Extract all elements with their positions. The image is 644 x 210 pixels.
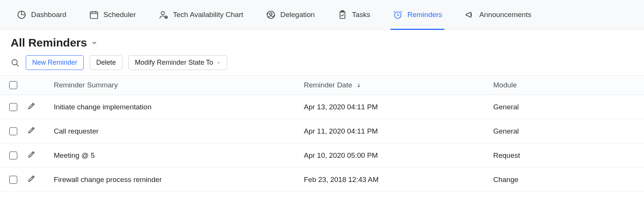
calendar-icon [89,10,99,20]
cell-module: Change [493,176,639,184]
table-row: Initiate change implementation Apr 13, 2… [0,95,644,119]
svg-rect-1 [90,12,98,18]
tab-label: Delegation [280,11,315,19]
tab-dashboard[interactable]: Dashboard [17,7,66,30]
row-checkbox[interactable] [9,176,17,184]
cell-date: Apr 10, 2020 05:00 PM [304,151,493,160]
cell-summary[interactable]: Meeting @ 5 [54,151,304,160]
toolbar: New Reminder Delete Modify Reminder Stat… [0,54,644,75]
tab-announcements[interactable]: Announcements [465,7,531,30]
table-row: Call requester Apr 11, 2020 04:11 PM Gen… [0,119,644,143]
tab-delegation[interactable]: Delegation [266,7,315,30]
cell-date: Apr 13, 2020 04:11 PM [304,103,493,111]
pie-chart-icon [17,10,27,20]
tab-scheduler[interactable]: Scheduler [89,7,136,30]
tab-label: Dashboard [31,11,66,19]
search-icon[interactable] [11,58,20,67]
edit-icon[interactable] [27,150,36,159]
modify-state-dropdown[interactable]: Modify Reminder State To [128,55,227,70]
column-summary[interactable]: Reminder Summary [54,81,304,89]
select-all-checkbox[interactable] [9,81,17,89]
row-checkbox[interactable] [9,151,17,160]
tab-tasks[interactable]: Tasks [338,7,370,30]
new-reminder-button[interactable]: New Reminder [26,55,84,70]
page-title: All Reminders [11,36,87,49]
select-all-cell [5,81,27,89]
chevron-down-icon [91,39,98,46]
cell-module: Request [493,151,639,160]
cell-module: General [493,103,639,111]
svg-point-2 [161,11,164,15]
tab-label: Tasks [352,11,370,19]
user-check-icon [159,10,169,20]
tab-tech-availability[interactable]: Tech Availability Chart [159,7,244,30]
row-checkbox[interactable] [9,127,17,135]
svg-point-9 [12,59,17,65]
chevron-down-icon [216,61,221,65]
edit-icon[interactable] [27,126,36,134]
table-row: Meeting @ 5 Apr 10, 2020 05:00 PM Reques… [0,143,644,168]
edit-icon[interactable] [27,174,36,183]
column-module[interactable]: Module [493,81,639,89]
page-header[interactable]: All Reminders [0,30,644,54]
cell-date: Apr 11, 2020 04:11 PM [304,127,493,135]
alarm-clock-icon [393,10,403,20]
table-header: Reminder Summary Reminder Date Module [0,75,644,95]
edit-icon[interactable] [27,102,36,110]
column-date[interactable]: Reminder Date [304,81,493,89]
delete-button[interactable]: Delete [90,55,122,70]
tab-label: Announcements [479,11,531,19]
table-row: Firewall change process reminder Feb 23,… [0,168,644,192]
cell-module: General [493,127,639,135]
megaphone-icon [465,10,475,20]
cell-summary[interactable]: Call requester [54,127,304,135]
cell-summary[interactable]: Firewall change process reminder [54,176,304,184]
tab-reminders[interactable]: Reminders [393,7,442,30]
cell-summary[interactable]: Initiate change implementation [54,103,304,111]
main-tabbar: Dashboard Scheduler Tech Availability Ch… [0,0,644,30]
user-swap-icon [266,10,276,20]
clipboard-check-icon [338,10,347,20]
tab-label: Reminders [407,11,442,19]
svg-point-5 [270,12,272,15]
row-checkbox[interactable] [9,103,17,111]
cell-date: Feb 23, 2018 12:43 AM [304,176,493,184]
tab-label: Scheduler [103,11,136,19]
tab-label: Tech Availability Chart [173,11,244,19]
sort-descending-icon [356,82,361,88]
